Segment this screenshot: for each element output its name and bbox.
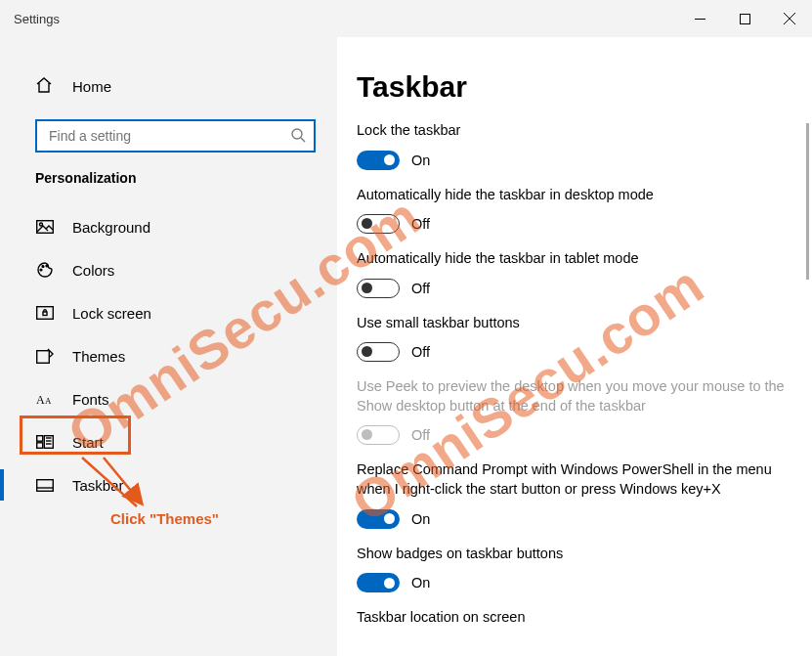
- taskbar-icon: [35, 475, 55, 495]
- palette-icon: [35, 260, 55, 280]
- toggle-autohide-desktop[interactable]: [357, 214, 400, 234]
- lock-screen-icon: [35, 303, 55, 323]
- toggle-peek-preview: [357, 425, 400, 445]
- toggle-state: On: [411, 511, 430, 527]
- home-icon: [35, 76, 55, 96]
- minimize-button[interactable]: [677, 0, 722, 37]
- setting-autohide-tablet: Automatically hide the taskbar in tablet…: [357, 249, 792, 298]
- toggle-autohide-tablet[interactable]: [357, 279, 400, 298]
- setting-label: Automatically hide the taskbar in tablet…: [357, 249, 792, 269]
- nav-label: Fonts: [72, 391, 109, 408]
- svg-rect-11: [37, 307, 54, 320]
- setting-label: Use Peek to preview the desktop when you…: [357, 377, 792, 415]
- setting-label: Automatically hide the taskbar in deskto…: [357, 186, 792, 205]
- svg-rect-22: [37, 479, 54, 491]
- setting-peek-preview: Use Peek to preview the desktop when you…: [357, 377, 792, 445]
- svg-line-5: [301, 138, 305, 142]
- main-panel: Taskbar Lock the taskbar On Automaticall…: [337, 37, 812, 656]
- page-title: Taskbar: [357, 70, 792, 104]
- home-button[interactable]: Home: [0, 66, 337, 106]
- nav-item-fonts[interactable]: AA Fonts: [0, 377, 337, 420]
- toggle-state: Off: [411, 427, 430, 443]
- setting-label: Use small taskbar buttons: [357, 314, 792, 333]
- annotation-text: Click "Themes": [110, 510, 219, 527]
- search-field[interactable]: [47, 127, 290, 145]
- nav-item-background[interactable]: Background: [0, 205, 337, 248]
- start-icon: [35, 432, 55, 452]
- svg-rect-1: [740, 14, 749, 23]
- setting-label: Replace Command Prompt with Windows Powe…: [357, 460, 792, 499]
- nav-item-taskbar[interactable]: Taskbar: [0, 463, 337, 506]
- svg-point-8: [40, 269, 42, 271]
- section-title: Personalization: [0, 170, 337, 186]
- nav-label: Lock screen: [72, 305, 151, 322]
- toggle-badges[interactable]: [357, 573, 400, 592]
- setting-badges: Show badges on taskbar buttons On: [357, 545, 792, 593]
- setting-powershell: Replace Command Prompt with Windows Powe…: [357, 460, 792, 528]
- toggle-state: Off: [411, 216, 430, 232]
- svg-point-10: [46, 265, 48, 267]
- maximize-button[interactable]: [722, 0, 767, 37]
- svg-point-9: [42, 266, 44, 268]
- nav-item-colors[interactable]: Colors: [0, 248, 337, 291]
- window-title: Settings: [14, 12, 60, 26]
- search-input[interactable]: [35, 119, 316, 153]
- sidebar: Home Personalization Background: [0, 37, 337, 656]
- toggle-powershell[interactable]: [357, 509, 400, 529]
- toggle-state: Off: [411, 281, 430, 296]
- setting-autohide-desktop: Automatically hide the taskbar in deskto…: [357, 186, 792, 235]
- setting-label: Taskbar location on screen: [357, 608, 792, 628]
- svg-text:A: A: [45, 396, 52, 406]
- svg-rect-16: [37, 436, 43, 442]
- picture-icon: [35, 217, 55, 237]
- toggle-state: On: [411, 575, 430, 590]
- nav-label: Start: [72, 434, 104, 451]
- nav-item-start[interactable]: Start: [0, 420, 337, 463]
- fonts-icon: AA: [35, 389, 55, 409]
- toggle-state: On: [411, 153, 430, 168]
- home-label: Home: [72, 78, 111, 95]
- setting-label: Show badges on taskbar buttons: [357, 545, 792, 564]
- settings-window: Settings Home: [0, 0, 812, 656]
- svg-text:A: A: [36, 393, 45, 407]
- nav-item-lock-screen[interactable]: Lock screen: [0, 291, 337, 334]
- nav-list: Background Colors Lock screen: [0, 205, 337, 506]
- toggle-state: Off: [411, 344, 430, 360]
- svg-point-7: [40, 223, 43, 226]
- svg-rect-18: [37, 443, 43, 449]
- nav-label: Background: [72, 219, 150, 236]
- svg-point-4: [292, 129, 302, 139]
- setting-taskbar-location: Taskbar location on screen: [357, 608, 792, 628]
- svg-rect-13: [37, 351, 50, 364]
- toggle-lock-taskbar[interactable]: [357, 151, 400, 170]
- titlebar: Settings: [0, 0, 812, 37]
- search-icon: [290, 127, 306, 146]
- setting-small-buttons: Use small taskbar buttons Off: [357, 314, 792, 363]
- nav-item-themes[interactable]: Themes: [0, 334, 337, 377]
- nav-label: Taskbar: [72, 477, 124, 494]
- toggle-small-buttons[interactable]: [357, 342, 400, 362]
- setting-lock-taskbar: Lock the taskbar On: [357, 121, 792, 170]
- nav-label: Colors: [72, 262, 114, 279]
- svg-rect-12: [43, 312, 47, 316]
- scrollbar[interactable]: [806, 123, 809, 280]
- setting-label: Lock the taskbar: [357, 121, 792, 141]
- nav-label: Themes: [72, 348, 125, 365]
- close-button[interactable]: [767, 0, 812, 37]
- themes-icon: [35, 346, 55, 366]
